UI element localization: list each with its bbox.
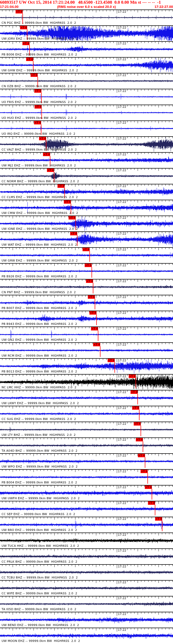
trace-row[interactable]: 17:22×T 4UO FRIS EHZ -- 99999.0km BW HIG… xyxy=(0,89,173,105)
pick-flag[interactable]: ×T 4 xyxy=(47,169,54,172)
trace-row[interactable]: 17:22×T 4UW JORV EHZ -- 99999.0km BW HIG… xyxy=(0,25,173,41)
axis-time-label: 17:22 xyxy=(118,90,127,92)
pick-line[interactable] xyxy=(137,394,138,404)
trace-row[interactable]: 17:22CC WIFE BHZ -- 99999.0km BW HIGHPAS… xyxy=(0,580,173,596)
pick-line[interactable] xyxy=(114,362,115,373)
trace-row[interactable]: 17:22×T 4CC SUG EHZ -- 99999.0km BW HIGH… xyxy=(0,406,173,422)
pick-flag[interactable]: ×T 4 xyxy=(22,42,30,45)
pick-flag[interactable]: ×T 4 xyxy=(43,153,50,156)
pick-flag[interactable]: ×T 4 xyxy=(86,279,93,283)
trace-row[interactable]: 17:22×T 4NC LMC HHZ -- 99999.0km BW HIGH… xyxy=(0,374,173,390)
trace-row[interactable]: 17:22×T 4CN PNT BHZ -- 99999.0km BW HIGH… xyxy=(0,279,173,295)
pick-line[interactable] xyxy=(143,441,143,452)
trace-row[interactable]: 17:22UW TUCA HHZ -- 99999.0km BW HIGHPAS… xyxy=(0,533,173,548)
trace-row[interactable]: 17:22×T 4UW MJ2 EHZ -- 99999.0km BW HIGH… xyxy=(0,152,173,168)
pick-flag[interactable]: ×T 4 xyxy=(64,200,71,204)
trace-row[interactable]: 17:22×T 4UW LKWY EHZ -- 99999.0km BW HIG… xyxy=(0,390,173,406)
trace-row[interactable]: 17:22UW BEND EHZ -- 99999.0km BW HIGHPAS… xyxy=(0,612,173,628)
trace-label: UW LTY BHZ -- 99999.0km BW HIGHPASS 2.0 … xyxy=(2,433,76,437)
pick-line[interactable] xyxy=(93,283,93,293)
trace-row[interactable]: 17:22×T 4UW IONE EHZ -- 99999.0km BW HIG… xyxy=(0,216,173,231)
pick-flag[interactable]: ×T 4 xyxy=(148,501,155,505)
trace-label: UW MJ2 EHZ -- 99999.0km BW HIGHPASS 2.0 … xyxy=(2,164,76,167)
pick-flag[interactable]: ×T 4 xyxy=(155,517,162,521)
pick-flag[interactable]: ×T 4 xyxy=(134,422,141,426)
pick-line[interactable] xyxy=(100,346,100,357)
pick-line[interactable] xyxy=(95,299,95,309)
trace-row[interactable]: 17:22×T 4PB B006 EHZ -- 99999.0km BW HIG… xyxy=(0,41,173,57)
trace-row[interactable]: 17:22×T 4UO HUO EHZ -- 99999.0km BW HIGH… xyxy=(0,105,173,120)
trace-label: CC NORM BHZ -- 99999.0km BW HIGHPASS 2.0… xyxy=(2,180,79,183)
trace-row[interactable]: 17:22×T 4CC CLMS EHZ -- 99999.0km BW HIG… xyxy=(0,184,173,200)
pick-flag[interactable]: ×T 4 xyxy=(145,486,152,489)
trace-row[interactable]: 17:22×T 4UW BRO EHZ -- 99999.0km BW HIGH… xyxy=(0,517,173,533)
pick-flag[interactable]: ×T 4 xyxy=(141,470,148,473)
trace-row[interactable]: 17:22×T 4PB B926 EHZ -- 99999.0km BW HIG… xyxy=(0,263,173,279)
pick-line[interactable] xyxy=(141,426,141,436)
pick-flag[interactable]: ×T 4 xyxy=(69,216,76,220)
pick-flag[interactable]: ×T 4 xyxy=(138,454,145,457)
trace-row[interactable]: 17:22×T 4UW WAT EHZ -- 99999.0km BW HIGH… xyxy=(0,231,173,247)
trace-row[interactable]: 17:22×T 4UW WPO EHZ -- 99999.0km BW HIGH… xyxy=(0,453,173,469)
trace-row[interactable]: 17:22×T 4CN PGC BHZ -- 99999.0km BW HIGH… xyxy=(0,10,173,25)
trace-row[interactable]: 17:22×T 4UW GHW EHZ -- 99999.0km BW HIGH… xyxy=(0,57,173,73)
pick-line[interactable] xyxy=(77,235,78,246)
pick-flag[interactable]: ×T 4 xyxy=(108,359,115,362)
pick-flag[interactable]: ×T 4 xyxy=(31,73,38,77)
trace-row[interactable]: 17:22×T 4UW QN2 EHZ -- 99999.0km BW HIGH… xyxy=(0,326,173,342)
pick-flag[interactable]: ×T 4 xyxy=(83,248,90,251)
trace-label: PB B926 EHZ -- 99999.0km BW HIGHPASS 2.0… xyxy=(2,275,77,278)
pick-flag[interactable]: ×T 4 xyxy=(16,10,23,13)
pick-flag[interactable]: ×T 4 xyxy=(91,327,98,330)
pick-flag[interactable]: ×T 4 xyxy=(131,390,138,394)
trace-row[interactable]: 17:22×T 4UW CMW EHZ -- 99999.0km BW HIGH… xyxy=(0,200,173,216)
trace-row[interactable]: 17:22×T 4UW LTY BHZ -- 99999.0km BW HIGH… xyxy=(0,422,173,437)
pick-line[interactable] xyxy=(152,489,152,500)
trace-row[interactable]: 17:22×T 4TA A04D BHZ -- 99999.0km BW HIG… xyxy=(0,437,173,453)
scaling-note: (RMS noise over 6.0 s scaled 20.0 x) xyxy=(57,5,116,10)
trace-label: PB B013 EHZ -- 99999.0km BW HIGHPASS 2.0… xyxy=(2,370,77,373)
trace-row[interactable]: 17:22CC PRLK BHZ -- 99999.0km BW HIGHPAS… xyxy=(0,548,173,564)
pick-flag[interactable]: ×T 4 xyxy=(89,311,97,315)
pick-line[interactable] xyxy=(155,505,155,515)
pick-flag[interactable]: ×T 4 xyxy=(70,232,77,235)
trace-row[interactable]: 17:22TA I05D BHZ -- 99999.0km BW HIGHPAS… xyxy=(0,596,173,612)
pick-flag[interactable]: ×T 4 xyxy=(34,89,41,93)
pick-flag[interactable]: ×T 4 xyxy=(129,375,136,378)
trace-row[interactable]: 17:22UW MOON EHZ -- 99999.0km BW HIGHPAS… xyxy=(0,628,173,643)
trace-row[interactable]: 17:22×T 4UW RCM EHZ -- 99999.0km BW HIGH… xyxy=(0,342,173,358)
pick-flag[interactable]: ×T 4 xyxy=(39,137,46,140)
pick-flag[interactable]: ×T 4 xyxy=(85,264,92,267)
pick-flag[interactable]: ×T 4 xyxy=(132,406,139,410)
pick-flag[interactable]: ×T 4 xyxy=(35,105,42,109)
trace-row[interactable]: 17:22×T 4CC VALT BHZ -- 99999.0km BW HIG… xyxy=(0,136,173,152)
trace-row[interactable]: 17:22CC TCBU BHZ -- 99999.0km BW HIGHPAS… xyxy=(0,564,173,580)
pick-flag[interactable]: ×T 4 xyxy=(93,343,100,346)
trace-row[interactable]: 17:22×T 4PB B013 EHZ -- 99999.0km BW HIG… xyxy=(0,358,173,374)
pick-flag[interactable]: ×T 4 xyxy=(34,121,41,124)
trace-row[interactable]: 17:22×T 4PB B007 EHZ -- 99999.0km BW HIG… xyxy=(0,295,173,311)
trace-row[interactable]: 17:22×T 4CN OZB BHZ -- 99999.0km BW HIGH… xyxy=(0,73,173,89)
pick-line[interactable] xyxy=(98,330,98,341)
pick-flag[interactable]: ×T 4 xyxy=(88,295,95,299)
pick-line[interactable] xyxy=(147,473,148,484)
pick-flag[interactable]: ×T 4 xyxy=(20,26,27,29)
trace-row[interactable]: 17:22×T 4CC SEP EHZ -- 99999.0km BW HIGH… xyxy=(0,501,173,517)
pick-flag[interactable]: ×T 4 xyxy=(26,58,33,61)
pick-line[interactable] xyxy=(145,457,145,468)
trace-row[interactable]: 17:22×T 4UO IRQ EHZ -- 99999.0km BW HIGH… xyxy=(0,120,173,136)
trace-row[interactable]: 17:22×T 4UW GRW EHZ -- 99999.0km BW HIGH… xyxy=(0,247,173,263)
trace-row[interactable]: 17:22×T 4UW UWFH EHZ -- 99999.0km BW HIG… xyxy=(0,485,173,501)
pick-line[interactable] xyxy=(92,267,92,278)
pick-line[interactable] xyxy=(96,315,97,325)
axis-time-label: 17:22 xyxy=(118,470,127,473)
pick-line[interactable] xyxy=(139,410,140,420)
trace-row[interactable]: 17:22×T 4PB B943 EHZ -- 99999.0km BW HIG… xyxy=(0,311,173,326)
pick-line[interactable] xyxy=(162,521,162,531)
trace-row[interactable]: 17:22×T 4PB B004 EHZ -- 99999.0km BW HIG… xyxy=(0,469,173,485)
pick-flag[interactable]: ×T 4 xyxy=(57,184,65,188)
pick-flag[interactable]: ×T 4 xyxy=(136,438,143,441)
trace-row[interactable]: 17:22×T 4CC NORM BHZ -- 99999.0km BW HIG… xyxy=(0,168,173,184)
pick-line[interactable] xyxy=(89,251,90,262)
pick-line[interactable] xyxy=(136,378,136,389)
